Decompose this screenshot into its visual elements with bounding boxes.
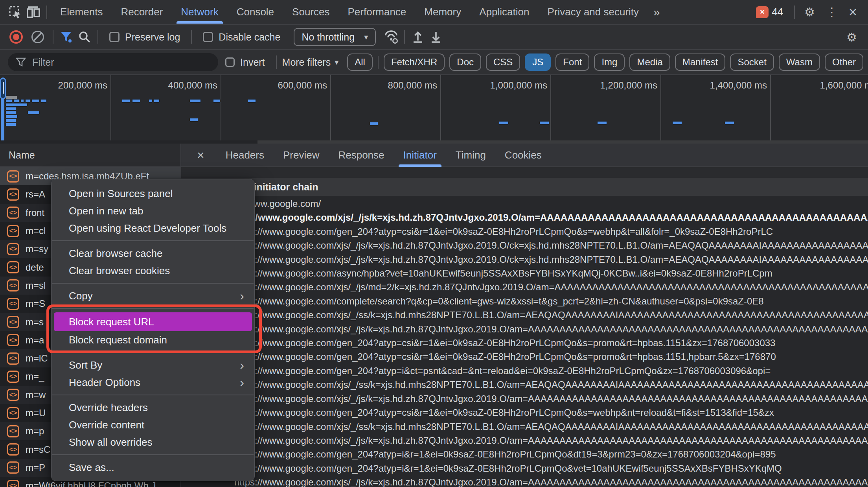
kebab-menu-icon[interactable]: ⋮ xyxy=(820,5,843,19)
context-menu-item[interactable]: Block request domain › xyxy=(51,331,254,349)
initiator-chain-url[interactable]: https://www.google.com/complete/search?q… xyxy=(181,294,868,308)
initiator-chain-url[interactable]: https://www.google.com/gen_204?atyp=i&r=… xyxy=(181,461,868,475)
timeline-request-bar[interactable] xyxy=(122,99,130,103)
throttling-dropdown[interactable]: No throttling ▾ xyxy=(294,28,376,46)
timeline-request-bar[interactable] xyxy=(6,103,28,107)
timeline-request-bar[interactable] xyxy=(499,121,509,125)
more-filters-dropdown[interactable]: More filters xyxy=(282,57,331,68)
detail-pane-tab[interactable]: Cookies xyxy=(495,143,551,167)
timeline-request-bar[interactable] xyxy=(20,99,24,103)
main-panel-tab[interactable]: Memory xyxy=(415,0,470,24)
initiator-chain-url[interactable]: https://www.google.com/gen_204?atyp=i&ct… xyxy=(181,364,868,378)
timeline-request-bar[interactable] xyxy=(597,121,607,125)
resource-type-filter-chip[interactable]: Media xyxy=(629,53,670,71)
timeline-request-bar[interactable] xyxy=(6,107,16,111)
timeline-request-bar[interactable] xyxy=(248,99,256,103)
context-menu-item[interactable]: Block request URL › xyxy=(54,312,252,331)
resource-type-filter-chip[interactable]: Fetch/XHR xyxy=(384,53,445,71)
timeline-request-bar[interactable] xyxy=(189,118,198,122)
timeline-request-bar[interactable] xyxy=(725,121,734,125)
resource-type-filter-chip[interactable]: CSS xyxy=(486,53,520,71)
resource-type-filter-chip[interactable]: Doc xyxy=(449,53,481,71)
context-menu-item[interactable]: Sort By › xyxy=(51,356,254,374)
resource-type-filter-chip[interactable]: Wasm xyxy=(779,53,820,71)
timeline-request-bar[interactable] xyxy=(149,99,153,103)
timeline-request-bar[interactable] xyxy=(6,99,12,103)
initiator-chain-url[interactable]: https://www.google.com/xjs/_/js/k=xjs.hd… xyxy=(181,322,868,336)
timeline-request-bar[interactable] xyxy=(13,99,19,103)
initiator-chain-url[interactable]: https://www.google.com/xjs/_/ss/k=xjs.hd… xyxy=(181,420,868,434)
timeline-request-bar[interactable] xyxy=(28,111,40,114)
timeline-request-bar[interactable] xyxy=(6,115,18,118)
timeline-request-bar[interactable] xyxy=(6,123,16,126)
main-panel-tab[interactable]: Performance xyxy=(338,0,415,24)
initiator-chain-url[interactable]: https://www.google.com/gen_204?atyp=i&r=… xyxy=(181,447,868,461)
close-detail-pane-icon[interactable]: × xyxy=(191,148,210,162)
timeline-request-bar[interactable] xyxy=(6,119,16,122)
initiator-chain-url[interactable]: https://www.google.com/xjs/_/js/k=xjs.hd… xyxy=(181,210,868,224)
timeline-request-bar[interactable] xyxy=(672,121,682,125)
network-conditions-icon[interactable] xyxy=(382,28,400,46)
initiator-chain-url[interactable]: https://www.google.com/xjs/_/js/k=xjs.hd… xyxy=(181,475,868,487)
timeline-request-bar[interactable] xyxy=(213,99,221,103)
timeline-request-bar[interactable] xyxy=(539,121,549,125)
disable-cache-checkbox[interactable] xyxy=(203,32,213,42)
more-tabs-icon[interactable]: » xyxy=(648,6,666,19)
filter-input[interactable] xyxy=(32,57,210,68)
resource-type-filter-chip[interactable]: Socket xyxy=(730,53,774,71)
initiator-chain-url[interactable]: https://www.google.com/xjs/_/ss/k=xjs.hd… xyxy=(181,308,868,322)
timeline-drag-handle[interactable] xyxy=(0,77,6,100)
initiator-chain-url[interactable]: https://www.google.com/gen_204?atyp=csi&… xyxy=(181,350,868,363)
resource-type-filter-chip[interactable]: Manifest xyxy=(675,53,726,71)
context-menu-item[interactable]: Override headers › xyxy=(51,399,254,416)
context-menu-item[interactable]: Override content › xyxy=(51,416,254,434)
context-menu-item[interactable]: Save as... › xyxy=(51,459,254,476)
initiator-chain-url[interactable]: https://www.google.com/gen_204?atyp=csi&… xyxy=(181,336,868,350)
resource-type-filter-chip[interactable]: JS xyxy=(525,53,551,71)
record-network-log-button[interactable] xyxy=(9,30,23,44)
network-settings-gear-icon[interactable]: ⚙ xyxy=(841,30,862,44)
filter-input-pill[interactable] xyxy=(8,53,218,71)
timeline-request-bar[interactable] xyxy=(132,99,140,103)
detail-pane-tab[interactable]: Response xyxy=(329,143,394,167)
context-menu-item[interactable]: Header Options › xyxy=(51,374,254,391)
import-har-icon[interactable] xyxy=(409,28,427,46)
timeline-request-bar[interactable] xyxy=(154,99,160,103)
timeline-request-bar[interactable] xyxy=(370,122,378,125)
initiator-chain-url[interactable]: https://www.google.com/async/hpba?vet=10… xyxy=(181,266,868,280)
main-panel-tab[interactable]: Recorder xyxy=(112,0,172,24)
detail-pane-tab[interactable]: Timing xyxy=(446,143,495,167)
export-har-icon[interactable] xyxy=(427,28,445,46)
timeline-request-bar[interactable] xyxy=(6,111,16,114)
resource-type-filter-chip[interactable]: Font xyxy=(555,53,589,71)
initiator-chain-url[interactable]: https://www.google.com/xjs/_/js/k=xjs.hd… xyxy=(181,253,868,266)
context-menu-item[interactable]: Open in Sources panel › xyxy=(51,185,254,202)
main-panel-tab[interactable]: Network xyxy=(172,0,227,24)
name-column-header[interactable]: Name xyxy=(0,144,181,167)
initiator-chain-url[interactable]: https://www.google.com/xjs/_/ss/k=xjs.hd… xyxy=(181,378,868,391)
timeline-selection-strip[interactable] xyxy=(1,95,4,140)
initiator-chain-url[interactable]: https://www.google.com/gen_204?atyp=csi&… xyxy=(181,225,868,238)
search-icon[interactable] xyxy=(75,28,94,46)
initiator-chain-url[interactable]: https://www.google.com/xjs/_/js/k=xjs.hd… xyxy=(181,238,868,252)
main-panel-tab[interactable]: Application xyxy=(470,0,538,24)
network-overview-timeline[interactable]: 200,000 ms400,000 ms600,000 ms800,000 ms… xyxy=(0,75,868,140)
main-panel-tab[interactable]: Elements xyxy=(51,0,112,24)
context-menu-item[interactable]: Show all overrides › xyxy=(51,434,254,451)
timeline-request-bar[interactable] xyxy=(189,99,201,103)
detail-pane-tab[interactable]: Headers xyxy=(216,143,274,167)
detail-pane-tab[interactable]: Initiator xyxy=(394,143,446,167)
timeline-request-bar[interactable] xyxy=(31,99,40,103)
resource-type-filter-chip[interactable]: Other xyxy=(825,53,863,71)
close-devtools-icon[interactable]: × xyxy=(843,4,862,20)
initiator-chain-url[interactable]: https://www.google.com/xjs/_/js/md=2/k=x… xyxy=(181,280,868,294)
timeline-request-bar[interactable] xyxy=(41,99,47,103)
preserve-log-checkbox[interactable] xyxy=(109,32,120,42)
context-menu-item[interactable]: Clear browser cache › xyxy=(51,245,254,262)
context-menu-item[interactable]: Clear browser cookies › xyxy=(51,262,254,279)
inspect-element-icon[interactable] xyxy=(6,3,24,21)
filter-funnel-icon[interactable] xyxy=(57,28,75,46)
invert-checkbox[interactable] xyxy=(225,57,235,67)
settings-gear-icon[interactable]: ⚙ xyxy=(799,5,820,19)
context-menu-item[interactable]: Open using React Developer Tools › xyxy=(51,220,254,237)
